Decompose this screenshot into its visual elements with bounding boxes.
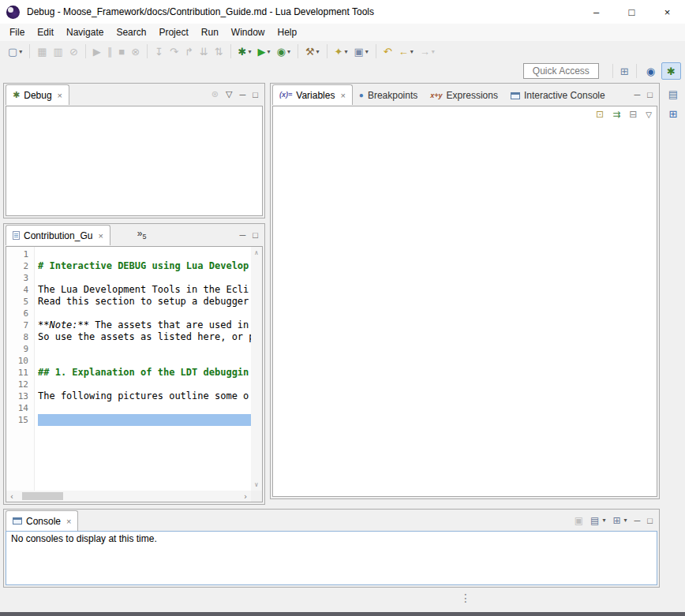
new-wizard-button[interactable]: ✦▾ bbox=[332, 43, 350, 60]
dropdown-arrow-icon[interactable]: ▾ bbox=[287, 48, 290, 55]
new-button[interactable]: ▢▾ bbox=[6, 43, 24, 60]
tab-console[interactable]: Console × bbox=[6, 510, 78, 531]
dropdown-arrow-icon[interactable]: ▾ bbox=[410, 48, 414, 55]
show-type-names-button[interactable]: ⇉ bbox=[612, 109, 620, 120]
debug-perspective-button[interactable]: ✱ bbox=[661, 62, 681, 80]
coverage-button[interactable]: ◉▾ bbox=[275, 43, 293, 60]
drop-to-frame-button[interactable]: ⇊ bbox=[197, 43, 211, 60]
menu-file[interactable]: File bbox=[3, 24, 31, 40]
tab-breakpoints[interactable]: ● Breakpoints bbox=[353, 86, 424, 105]
resize-grip[interactable]: ⋮ bbox=[460, 592, 471, 603]
open-element-button[interactable]: ▣▾ bbox=[352, 43, 371, 60]
scrollbar-thumb[interactable] bbox=[22, 492, 63, 500]
dropdown-arrow-icon[interactable]: ▾ bbox=[432, 48, 435, 55]
editor-line[interactable]: ## 1. Explanation of the LDT debuggin bbox=[38, 367, 251, 379]
scroll-left-icon[interactable]: ‹ bbox=[6, 492, 17, 501]
scroll-up-icon[interactable]: ∧ bbox=[255, 249, 259, 256]
editor-line[interactable]: The Lua Development Tools in the Ecli bbox=[38, 284, 251, 296]
view-menu-button[interactable]: ▽ bbox=[226, 89, 232, 99]
tab-variables[interactable]: (x)= Variables × bbox=[272, 84, 353, 105]
dropdown-arrow-icon[interactable]: ▾ bbox=[316, 48, 320, 55]
editor-line[interactable] bbox=[38, 272, 251, 284]
minimize-view-button[interactable]: ─ bbox=[634, 90, 641, 99]
editor-line[interactable] bbox=[38, 379, 251, 390]
back-button[interactable]: ←▾ bbox=[396, 43, 416, 60]
suspend-button[interactable]: ∥ bbox=[105, 43, 115, 60]
disconnect-button[interactable]: ⊗ bbox=[129, 43, 142, 60]
editor-line[interactable]: So use the assets as listed here, or p bbox=[38, 331, 251, 343]
menu-edit[interactable]: Edit bbox=[31, 24, 60, 40]
remove-all-terminated-button[interactable]: ⊛ bbox=[211, 89, 219, 99]
scroll-right-icon[interactable]: › bbox=[240, 492, 251, 501]
tab-overflow-indicator[interactable]: » 5 bbox=[134, 228, 150, 245]
dropdown-arrow-icon[interactable]: ▾ bbox=[19, 48, 22, 55]
maximize-view-button[interactable]: □ bbox=[647, 516, 653, 525]
menu-window[interactable]: Window bbox=[225, 24, 271, 40]
last-edit-location-button[interactable]: ↶ bbox=[381, 43, 395, 60]
show-logical-structure-button[interactable]: ⊡ bbox=[596, 109, 604, 120]
tab-debug[interactable]: ✱ Debug × bbox=[6, 84, 69, 105]
ldt-perspective-button[interactable]: ◉ bbox=[642, 62, 660, 80]
save-button[interactable]: ▦ bbox=[35, 43, 49, 60]
editor-line[interactable] bbox=[38, 402, 251, 414]
editor-line[interactable] bbox=[38, 414, 251, 426]
collapse-all-button[interactable]: ⊟ bbox=[629, 109, 637, 120]
menu-navigate[interactable]: Navigate bbox=[60, 24, 110, 40]
menu-project[interactable]: Project bbox=[152, 24, 194, 40]
dropdown-arrow-icon[interactable]: ▾ bbox=[268, 48, 271, 55]
maximize-window-button[interactable]: □ bbox=[614, 0, 649, 24]
close-window-button[interactable]: × bbox=[649, 0, 685, 24]
step-into-button[interactable]: ↧ bbox=[152, 43, 166, 60]
view-menu-button[interactable]: ▽ bbox=[646, 110, 652, 119]
vertical-scrollbar[interactable]: ∧ ∨ bbox=[251, 247, 262, 491]
tab-expressions[interactable]: x+y Expressions bbox=[424, 86, 504, 105]
minimize-view-button[interactable]: ─ bbox=[240, 230, 246, 240]
editor-line[interactable] bbox=[38, 355, 251, 367]
tab-contribution-guide[interactable]: Contribution_Gu × bbox=[6, 225, 110, 245]
maximize-view-button[interactable]: □ bbox=[253, 230, 258, 240]
scroll-down-icon[interactable]: ∨ bbox=[255, 481, 259, 488]
editor-line[interactable] bbox=[38, 308, 251, 319]
editor-line[interactable]: Read this section to setup a debugger bbox=[38, 296, 251, 308]
editor-code[interactable]: # Interactive DEBUG using Lua Develop Th… bbox=[38, 247, 251, 491]
step-over-button[interactable]: ↷ bbox=[167, 43, 181, 60]
menu-run[interactable]: Run bbox=[195, 24, 225, 40]
minimize-view-button[interactable]: ─ bbox=[634, 516, 641, 525]
menu-search[interactable]: Search bbox=[110, 24, 152, 40]
editor-line[interactable]: The following pictures outline some o bbox=[38, 390, 251, 402]
menu-help[interactable]: Help bbox=[271, 24, 304, 40]
dropdown-arrow-icon[interactable]: ▾ bbox=[365, 48, 369, 55]
close-icon[interactable]: × bbox=[66, 517, 71, 526]
save-all-button[interactable]: ▥ bbox=[51, 43, 66, 60]
debug-button[interactable]: ✱▾ bbox=[236, 43, 254, 60]
editor-line[interactable]: **Note:** The assets that are used in bbox=[38, 319, 251, 331]
dropdown-arrow-icon[interactable]: ▾ bbox=[249, 48, 252, 55]
external-tools-button[interactable]: ⚒▾ bbox=[303, 43, 322, 60]
minimize-window-button[interactable]: – bbox=[578, 0, 614, 24]
resume-button[interactable]: ▶ bbox=[91, 43, 103, 60]
maximize-view-button[interactable]: □ bbox=[647, 90, 653, 99]
minimize-view-button[interactable]: ─ bbox=[240, 90, 246, 99]
step-return-button[interactable]: ↱ bbox=[182, 43, 196, 60]
open-console-button[interactable]: ⊞ ▾ bbox=[612, 515, 627, 526]
close-icon[interactable]: × bbox=[98, 231, 103, 241]
run-button[interactable]: ▶▾ bbox=[256, 43, 273, 60]
editor-line[interactable] bbox=[38, 248, 251, 260]
dropdown-arrow-icon[interactable]: ▾ bbox=[344, 48, 347, 55]
use-step-filters-button[interactable]: ⇅ bbox=[212, 43, 226, 60]
editor-line[interactable]: # Interactive DEBUG using Lua Develop bbox=[38, 260, 251, 272]
maximize-view-button[interactable]: □ bbox=[253, 90, 258, 99]
skip-all-breakpoints-button[interactable]: ⊘ bbox=[67, 43, 80, 60]
forward-button[interactable]: →▾ bbox=[417, 43, 437, 60]
restore-view-button[interactable]: ▤ bbox=[668, 88, 678, 100]
text-editor[interactable]: 123456789101112131415 # Interactive DEBU… bbox=[6, 246, 263, 502]
close-icon[interactable]: × bbox=[58, 91, 62, 100]
tab-interactive-console[interactable]: Interactive Console bbox=[504, 86, 612, 105]
close-icon[interactable]: × bbox=[340, 91, 345, 100]
horizontal-scrollbar[interactable]: ‹ › bbox=[6, 491, 251, 502]
open-perspective-button[interactable]: ⊞ bbox=[617, 65, 632, 77]
open-perspective-fast-button[interactable]: ⊞ bbox=[669, 108, 678, 120]
pin-console-button[interactable]: ▣ bbox=[575, 515, 583, 526]
terminate-button[interactable]: ■ bbox=[116, 43, 127, 60]
display-selected-console-button[interactable]: ▤ ▾ bbox=[590, 515, 605, 526]
